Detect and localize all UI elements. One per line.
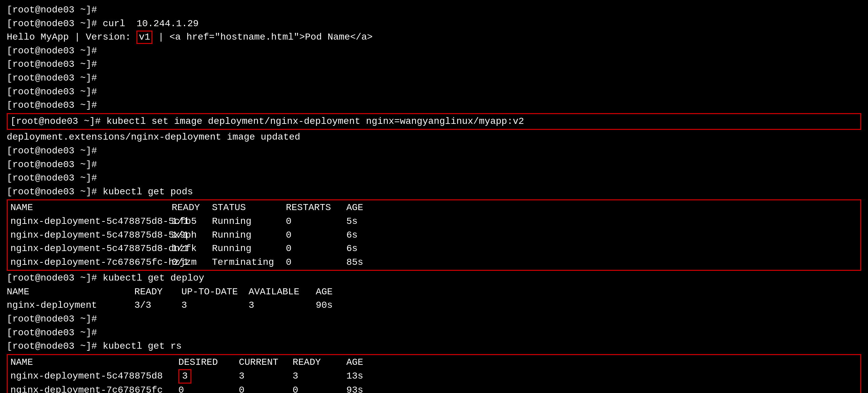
pods-row3-age: 6s: [346, 242, 380, 256]
desired-value-box: 3: [178, 369, 191, 383]
pods-row3-status: Running: [212, 242, 286, 256]
pods-row-1: nginx-deployment-5c478875d8-5cfb51/1Runn…: [10, 215, 858, 229]
curl-command-line: [root@node03 ~]# curl 10.244.1.29: [7, 17, 861, 31]
pods-row1-name: nginx-deployment-5c478875d8-5cfb5: [10, 215, 172, 229]
deploy-col-available-header: AVAILABLE: [249, 285, 316, 299]
rs-table-header: NAMEDESIREDCURRENTREADYAGE: [10, 356, 858, 369]
pods-table: NAMEREADYSTATUSRESTARTSAGE nginx-deploym…: [7, 199, 861, 271]
pods-row3-ready: 1/1: [172, 242, 212, 256]
kubectl-set-image-command: [root@node03 ~]# kubectl set image deplo…: [7, 113, 861, 130]
deployment-updated-output: deployment.extensions/nginx-deployment i…: [7, 131, 861, 144]
pods-row2-status: Running: [212, 229, 286, 242]
prompt-line-6: [root@node03 ~]#: [7, 71, 861, 85]
deploy-table-header: NAMEREADYUP-TO-DATEAVAILABLEAGE: [7, 285, 861, 299]
rs-col-ready-header: READY: [292, 356, 346, 369]
rs-row2-name: nginx-deployment-7c678675fc: [10, 384, 178, 393]
pods-row-3: nginx-deployment-5c478875d8-dnzfk1/1Runn…: [10, 242, 858, 256]
pods-row1-restarts: 0: [286, 215, 346, 229]
rs-row2-age: 93s: [346, 384, 380, 393]
pods-row2-name: nginx-deployment-5c478875d8-5x9ph: [10, 229, 172, 242]
curl-output-line: Hello MyApp | Version: v1 | <a href="hos…: [7, 31, 861, 44]
pods-row4-ready: 0/1: [172, 256, 212, 269]
deploy-row1-ready: 3/3: [134, 299, 181, 313]
deploy-row1-name: nginx-deployment: [7, 299, 134, 313]
kubectl-set-image-text: [root@node03 ~]# kubectl set image deplo…: [10, 116, 524, 127]
pods-row4-age: 85s: [346, 256, 380, 269]
pods-row2-ready: 1/1: [172, 229, 212, 242]
pods-row4-restarts: 0: [286, 256, 346, 269]
pods-row2-age: 6s: [346, 229, 380, 242]
pods-col-ready-header: READY: [172, 201, 212, 215]
prompt-line-1: [root@node03 ~]#: [7, 3, 861, 17]
pods-row2-restarts: 0: [286, 229, 346, 242]
kubectl-get-deploy-command: [root@node03 ~]# kubectl get deploy: [7, 271, 861, 285]
kubectl-get-rs-command: [root@node03 ~]# kubectl get rs: [7, 340, 861, 353]
pods-row1-ready: 1/1: [172, 215, 212, 229]
pods-row1-age: 5s: [346, 215, 380, 229]
prompt-line-13: [root@node03 ~]#: [7, 171, 861, 185]
prompt-after-deploy-1: [root@node03 ~]#: [7, 313, 861, 326]
pods-row3-restarts: 0: [286, 242, 346, 256]
pods-col-status-header: STATUS: [212, 201, 286, 215]
pods-col-name-header: NAME: [10, 201, 172, 215]
rs-col-age-header: AGE: [346, 356, 380, 369]
rs-row1-ready: 3: [292, 369, 346, 383]
rs-row1-desired: 3: [178, 369, 239, 383]
deploy-row-1: nginx-deployment3/33390s: [7, 299, 861, 313]
rs-row1-age: 13s: [346, 369, 380, 383]
pods-table-header: NAMEREADYSTATUSRESTARTSAGE: [10, 201, 858, 215]
prompt-line-5: [root@node03 ~]#: [7, 58, 861, 71]
deploy-col-age-header: AGE: [316, 285, 349, 299]
rs-row1-name: nginx-deployment-5c478875d8: [10, 369, 178, 383]
rs-row2-current: 0: [239, 384, 292, 393]
prompt-line-8: [root@node03 ~]#: [7, 99, 861, 112]
terminal: [root@node03 ~]# [root@node03 ~]# curl 1…: [7, 3, 861, 393]
rs-col-current-header: CURRENT: [239, 356, 292, 369]
deploy-row1-available: 3: [249, 299, 316, 313]
version-badge: v1: [136, 31, 153, 44]
prompt-line-4: [root@node03 ~]#: [7, 44, 861, 58]
pods-row4-status: Terminating: [212, 256, 286, 269]
deploy-col-name-header: NAME: [7, 285, 134, 299]
deploy-col-uptodate-header: UP-TO-DATE: [181, 285, 249, 299]
deploy-table: NAMEREADYUP-TO-DATEAVAILABLEAGE nginx-de…: [7, 285, 861, 313]
deploy-row1-uptodate: 3: [181, 299, 249, 313]
rs-row2-ready: 0: [292, 384, 346, 393]
pods-row-4: nginx-deployment-7c678675fc-hzjzm0/1Term…: [10, 256, 858, 269]
rs-row-2: nginx-deployment-7c678675fc00093s: [10, 384, 858, 393]
prompt-line-12: [root@node03 ~]#: [7, 158, 861, 172]
rs-row2-desired: 0: [178, 384, 239, 393]
prompt-line-11: [root@node03 ~]#: [7, 144, 861, 158]
prompt-after-deploy-2: [root@node03 ~]#: [7, 326, 861, 340]
rs-table: NAMEDESIREDCURRENTREADYAGE nginx-deploym…: [7, 354, 861, 393]
rs-col-desired-header: DESIRED: [178, 356, 239, 369]
pods-row1-status: Running: [212, 215, 286, 229]
rs-row-1: nginx-deployment-5c478875d833313s: [10, 369, 858, 383]
pods-row3-name: nginx-deployment-5c478875d8-dnzfk: [10, 242, 172, 256]
pods-row4-name: nginx-deployment-7c678675fc-hzjzm: [10, 256, 172, 269]
rs-row1-current: 3: [239, 369, 292, 383]
deploy-row1-age: 90s: [316, 299, 349, 313]
deploy-col-ready-header: READY: [134, 285, 181, 299]
kubectl-get-pods-command: [root@node03 ~]# kubectl get pods: [7, 185, 861, 199]
pods-col-restarts-header: RESTARTS: [286, 201, 346, 215]
prompt-line-7: [root@node03 ~]#: [7, 85, 861, 99]
pods-col-age-header: AGE: [346, 201, 380, 215]
rs-col-name-header: NAME: [10, 356, 178, 369]
pods-row-2: nginx-deployment-5c478875d8-5x9ph1/1Runn…: [10, 229, 858, 242]
